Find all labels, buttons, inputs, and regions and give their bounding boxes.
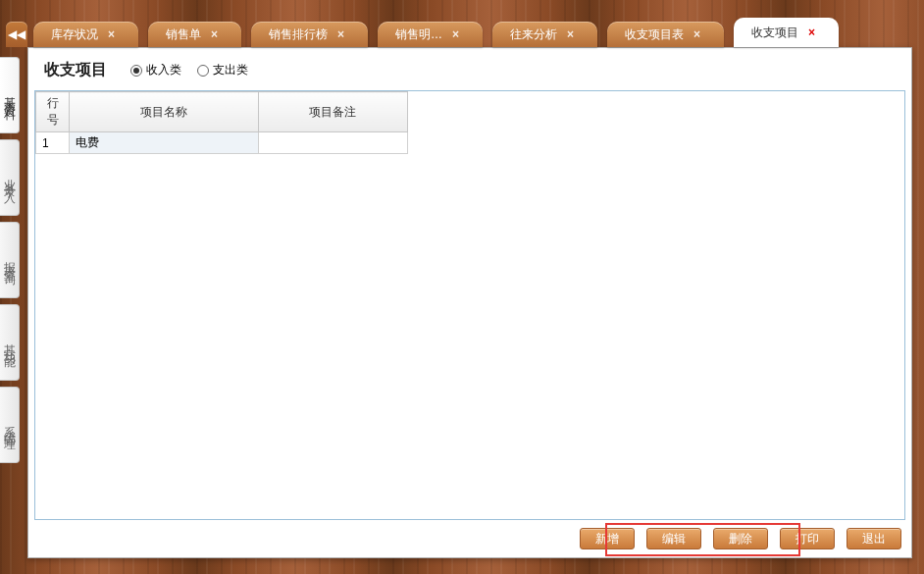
cell-remark[interactable] — [258, 132, 407, 154]
tab-label: 库存状况 — [51, 26, 98, 43]
radio-label: 支出类 — [213, 62, 248, 78]
tab-strip: ◀◀ 库存状况 × 销售单 × 销售排行榜 × 销售明… × 往来分析 × 收支… — [0, 18, 924, 47]
close-icon[interactable]: × — [106, 27, 117, 41]
sidebar-item-label: 基本资料 — [4, 87, 16, 103]
footer-toolbar: 新增 编辑 删除 打印 退出 — [28, 520, 911, 557]
radio-label: 收入类 — [146, 62, 181, 78]
tab-sales-detail[interactable]: 销售明… × — [378, 22, 483, 47]
tab-label: 销售排行榜 — [269, 26, 328, 43]
chevron-left-icon: ◀◀ — [8, 27, 26, 41]
tab-label: 收支项目 — [751, 25, 798, 41]
table-row[interactable]: 1 电费 — [36, 132, 408, 154]
sidebar-item-label: 系统管理 — [4, 417, 16, 433]
tab-scroll-left[interactable]: ◀◀ — [6, 22, 27, 47]
sidebar-item-report-query[interactable]: 报表查询 — [0, 222, 20, 298]
tab-io-item[interactable]: 收支项目 × — [734, 18, 839, 47]
print-button[interactable]: 打印 — [780, 528, 835, 549]
table-header-row: 行号 项目名称 项目备注 — [36, 92, 408, 132]
add-button[interactable]: 新增 — [580, 528, 635, 549]
tab-label: 销售单 — [166, 26, 201, 43]
close-icon[interactable]: × — [692, 27, 702, 41]
close-icon[interactable]: × — [450, 27, 461, 41]
data-grid[interactable]: 行号 项目名称 项目备注 1 电费 — [34, 90, 905, 520]
cell-rownum: 1 — [36, 132, 70, 154]
tab-contact-analysis[interactable]: 往来分析 × — [492, 22, 597, 47]
sidebar-item-basic-data[interactable]: 基本资料 — [0, 57, 20, 133]
sidebar: 基本资料 业务录入 报表查询 其它功能 系统管理 — [0, 57, 20, 574]
col-header-rownum[interactable]: 行号 — [36, 92, 70, 132]
close-icon[interactable]: × — [806, 26, 817, 39]
category-radio-group: 收入类 支出类 — [130, 62, 248, 78]
sidebar-item-label: 报表查询 — [4, 252, 16, 268]
delete-button[interactable]: 删除 — [713, 528, 768, 549]
tab-sales-rank[interactable]: 销售排行榜 × — [251, 22, 368, 47]
sidebar-item-other-func[interactable]: 其它功能 — [0, 304, 20, 381]
radio-icon — [197, 65, 209, 77]
cell-name[interactable]: 电费 — [70, 132, 259, 154]
close-icon[interactable]: × — [335, 27, 346, 41]
col-header-name[interactable]: 项目名称 — [70, 92, 259, 132]
exit-button[interactable]: 退出 — [847, 528, 901, 549]
tab-label: 往来分析 — [510, 26, 557, 43]
tab-inventory[interactable]: 库存状况 × — [33, 22, 138, 47]
panel-header: 收支项目 收入类 支出类 — [28, 48, 911, 88]
tab-label: 收支项目表 — [625, 26, 684, 43]
edit-button[interactable]: 编辑 — [646, 528, 701, 549]
tab-io-table[interactable]: 收支项目表 × — [607, 22, 724, 47]
col-header-remark[interactable]: 项目备注 — [258, 92, 407, 132]
work-panel: 收支项目 收入类 支出类 行号 项目名称 项目备注 1 — [27, 47, 912, 558]
sidebar-item-label: 其它功能 — [4, 335, 16, 350]
panel-title: 收支项目 — [44, 60, 107, 80]
sidebar-item-system-manage[interactable]: 系统管理 — [0, 387, 20, 463]
sidebar-item-business-entry[interactable]: 业务录入 — [0, 139, 20, 216]
grid-empty-area — [35, 154, 904, 519]
tab-sales-order[interactable]: 销售单 × — [148, 22, 241, 47]
tab-label: 销售明… — [395, 26, 442, 43]
radio-icon — [130, 65, 142, 77]
close-icon[interactable]: × — [209, 27, 220, 41]
radio-income[interactable]: 收入类 — [130, 62, 181, 78]
sidebar-item-label: 业务录入 — [4, 170, 16, 185]
close-icon[interactable]: × — [565, 27, 576, 41]
radio-expense[interactable]: 支出类 — [197, 62, 248, 78]
